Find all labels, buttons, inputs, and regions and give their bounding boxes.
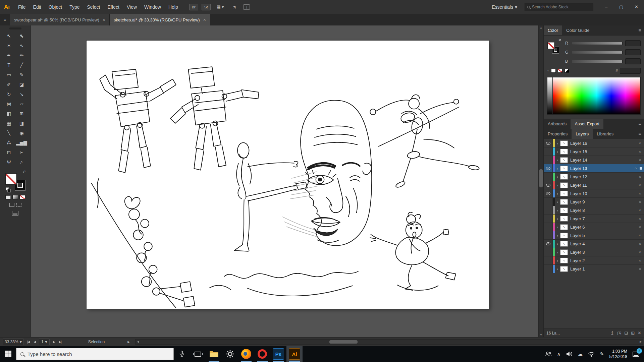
paintbrush-tool[interactable]: ✎ <box>15 70 28 79</box>
visibility-toggle[interactable] <box>544 248 553 256</box>
blend-tool[interactable]: ◉ <box>15 128 28 138</box>
expand-layer-icon[interactable]: › <box>555 191 560 196</box>
channel-slider-r[interactable] <box>572 42 623 45</box>
column-graph-tool[interactable]: ▂▅▇ <box>15 138 28 147</box>
layer-row[interactable]: ›Layer 14○ <box>544 156 644 164</box>
visibility-toggle[interactable] <box>544 256 553 264</box>
zoom-tool[interactable]: ⌕ <box>15 157 28 167</box>
vertical-scroll-track[interactable] <box>539 29 543 334</box>
target-circle[interactable]: ○ <box>636 258 644 262</box>
menu-object[interactable]: Object <box>45 0 66 14</box>
onedrive-cloud-icon[interactable]: ☁ <box>578 351 583 357</box>
target-circle[interactable]: ○ <box>636 242 644 246</box>
menu-file[interactable]: File <box>14 0 30 14</box>
target-circle[interactable]: ○ <box>636 183 644 187</box>
taskbar-creative-cloud[interactable] <box>254 346 270 362</box>
new-layer-icon[interactable]: ⊞ <box>631 330 635 336</box>
expand-layer-icon[interactable]: › <box>555 241 560 246</box>
artboard-tool[interactable]: ⊡ <box>3 147 15 157</box>
tab-color[interactable]: Color <box>544 25 562 35</box>
new-sublayer-icon[interactable]: ⊟ <box>624 330 628 336</box>
scroll-left-icon[interactable]: ◀ <box>136 340 140 343</box>
free-transform-tool[interactable]: ▱ <box>15 99 28 109</box>
next-artboard-button[interactable]: ▶ <box>52 340 56 344</box>
layer-name[interactable]: Layer 3 <box>570 250 636 255</box>
rectangle-tool[interactable]: ▭ <box>3 70 15 79</box>
layer-name[interactable]: Layer 15 <box>570 149 636 154</box>
toolbar-drag-handle[interactable] <box>9 27 21 29</box>
delete-layer-icon[interactable]: ✕ <box>638 330 641 336</box>
layer-name[interactable]: Layer 5 <box>570 233 636 238</box>
expand-layer-icon[interactable]: › <box>555 208 560 213</box>
menu-window[interactable]: Window <box>141 0 165 14</box>
swap-fill-stroke-icon[interactable]: ⇄ <box>23 170 25 173</box>
layer-name[interactable]: Layer 9 <box>570 199 636 204</box>
expand-layer-icon[interactable]: › <box>555 266 560 272</box>
scroll-right-icon[interactable]: ▶ <box>638 340 643 343</box>
expand-layer-icon[interactable]: › <box>555 250 560 255</box>
rotate-tool[interactable]: ↻ <box>3 89 15 99</box>
maximize-button[interactable]: ▢ <box>614 0 629 14</box>
workspace-switcher[interactable]: Essentials▾ <box>492 4 517 10</box>
visibility-toggle[interactable] <box>544 181 553 189</box>
grayscale-strip[interactable] <box>547 77 553 114</box>
arrange-documents-button[interactable]: ▦▾ <box>217 4 224 9</box>
layer-name[interactable]: Layer 7 <box>570 216 636 221</box>
expand-layer-icon[interactable]: › <box>555 141 560 146</box>
layer-row[interactable]: ›Layer 9○ <box>544 198 644 206</box>
slice-tool[interactable]: ✂ <box>15 147 28 157</box>
target-circle[interactable]: ○ <box>636 225 644 229</box>
visibility-toggle[interactable] <box>544 198 553 206</box>
layer-row[interactable]: ›Layer 2○ <box>544 256 644 265</box>
tab-libraries[interactable]: Libraries <box>593 129 618 139</box>
visibility-toggle[interactable] <box>544 223 553 231</box>
panel-menu-icon[interactable]: ≡ <box>635 129 644 139</box>
width-tool[interactable]: ⋈ <box>3 99 15 109</box>
target-circle[interactable]: ○ <box>636 233 644 237</box>
wifi-network-icon[interactable] <box>588 352 595 357</box>
previous-artboard-button[interactable]: ◀ <box>33 340 36 344</box>
channel-slider-g[interactable] <box>572 51 623 54</box>
layer-row[interactable]: ›Layer 1○ <box>544 265 644 273</box>
shaper-tool[interactable]: ✐ <box>3 79 15 89</box>
expand-layer-icon[interactable]: › <box>555 199 560 204</box>
target-circle[interactable]: ○ <box>636 200 644 204</box>
layer-row[interactable]: ›Layer 10○ <box>544 189 644 198</box>
visibility-toggle[interactable] <box>544 231 553 239</box>
layer-name[interactable]: Layer 2 <box>570 258 636 263</box>
close-tab-icon[interactable]: × <box>103 17 105 22</box>
visibility-toggle[interactable] <box>544 164 553 172</box>
minimize-button[interactable]: – <box>599 0 614 14</box>
channel-slider-b[interactable] <box>572 60 623 63</box>
visibility-toggle[interactable] <box>544 215 553 223</box>
taskbar-settings[interactable] <box>222 346 238 362</box>
none-swatch[interactable] <box>558 69 562 73</box>
visibility-toggle[interactable] <box>544 156 553 164</box>
taskbar-search[interactable] <box>16 348 174 360</box>
target-circle[interactable]: ○ <box>636 141 644 145</box>
tab-asset-export[interactable]: Asset Export <box>571 119 603 129</box>
adobe-stock-search[interactable] <box>525 3 593 11</box>
tab-color-guide[interactable]: Color Guide <box>562 25 593 35</box>
horizontal-scroll-track[interactable] <box>140 340 638 344</box>
change-screen-mode-button[interactable] <box>12 211 18 216</box>
target-circle[interactable]: ○ <box>636 208 644 212</box>
scale-tool[interactable]: ↘ <box>15 89 28 99</box>
hand-tool[interactable]: Ψ <box>3 157 15 167</box>
scroll-down-icon[interactable]: ▼ <box>540 334 542 337</box>
gpu-performance-icon[interactable]: ✈ <box>231 4 238 10</box>
start-button[interactable] <box>0 346 16 362</box>
taskbar-firefox[interactable] <box>238 346 254 362</box>
channel-value-r[interactable] <box>625 40 641 46</box>
cortana-mic-button[interactable] <box>174 346 190 362</box>
layer-name[interactable]: Layer 8 <box>570 208 636 213</box>
fill-color-swatch[interactable] <box>548 42 554 49</box>
layer-name[interactable]: Layer 1 <box>570 266 636 272</box>
expand-layer-icon[interactable]: › <box>555 158 560 163</box>
visibility-toggle[interactable] <box>544 240 553 248</box>
zoom-level-select[interactable]: 33.33% ▾ <box>3 339 24 345</box>
visibility-toggle[interactable] <box>544 189 553 197</box>
target-circle[interactable]: ○ <box>632 166 640 170</box>
panel-menu-icon[interactable]: ≡ <box>635 25 644 35</box>
task-view-button[interactable] <box>190 346 206 362</box>
